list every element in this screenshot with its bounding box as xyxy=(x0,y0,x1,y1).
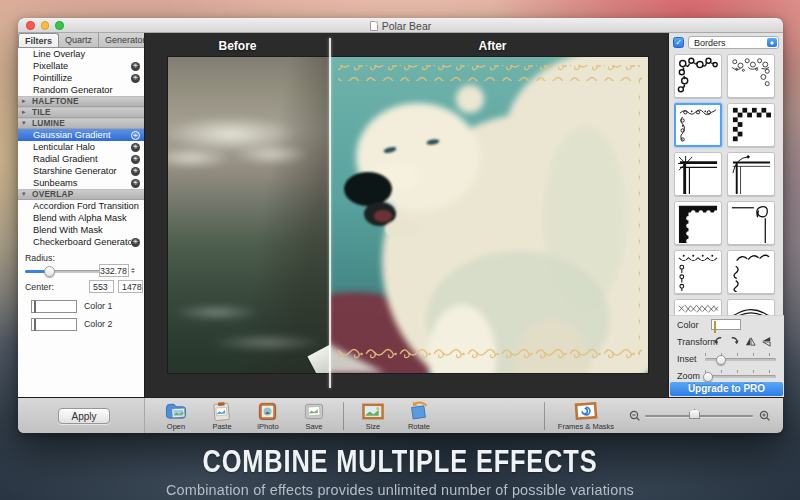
color2-swatch[interactable] xyxy=(31,318,77,331)
gear-icon[interactable]: ✳ xyxy=(131,167,140,176)
size-button[interactable]: Size xyxy=(356,401,390,431)
borders-panel: ✓ Borders Color Transform xyxy=(668,33,783,397)
rotate-button[interactable]: Rotate xyxy=(402,401,436,431)
marketing-caption: COMBINE MULTIPLE EFFECTS Combination of … xyxy=(0,443,800,499)
canvas-zoom-slider-thumb[interactable] xyxy=(689,409,700,419)
title-bar[interactable]: Polar Bear xyxy=(18,18,783,33)
filter-section-tile[interactable]: ▸TILE xyxy=(18,107,144,118)
disclosure-triangle-icon[interactable]: ▾ xyxy=(22,189,29,200)
apply-zone: Apply xyxy=(18,398,145,433)
after-label: After xyxy=(330,39,655,53)
tab-filters[interactable]: Filters xyxy=(18,33,59,47)
rotate-right-icon[interactable] xyxy=(729,336,740,347)
upgrade-to-pro-button[interactable]: Upgrade to PRO xyxy=(670,382,783,396)
gear-icon[interactable]: ✳ xyxy=(131,155,140,164)
filter-item-blend-with-alpha-mask[interactable]: Blend with Alpha Mask xyxy=(18,212,144,224)
flip-vertical-icon[interactable] xyxy=(761,336,772,347)
center-y-field[interactable]: 1478 xyxy=(118,280,143,293)
before-label: Before xyxy=(145,39,330,53)
tab-quartz[interactable]: Quartz xyxy=(59,33,99,47)
gear-icon[interactable]: ✳ xyxy=(131,62,140,71)
filter-item-sunbeams[interactable]: Sunbeams✳ xyxy=(18,177,144,189)
gear-icon[interactable]: ✳ xyxy=(131,179,140,188)
paste-button[interactable]: Paste xyxy=(205,401,239,431)
filter-item-checkerboard-generator[interactable]: Checkerboard Generator✳ xyxy=(18,236,144,248)
border-thumbnail[interactable] xyxy=(674,250,722,294)
filter-item-lenticular-halo[interactable]: Lenticular Halo✳ xyxy=(18,141,144,153)
flip-horizontal-icon[interactable] xyxy=(745,336,756,347)
border-color-swatch[interactable] xyxy=(711,319,741,330)
frames-and-masks-button[interactable]: Frames & Masks xyxy=(557,401,615,431)
filter-item-line-overlay[interactable]: Line Overlay xyxy=(18,48,144,60)
canvas-zoom-control xyxy=(627,401,775,431)
border-thumbnail[interactable] xyxy=(727,103,775,147)
gear-icon[interactable]: ✳ xyxy=(131,74,140,83)
borders-dropdown[interactable]: Borders xyxy=(688,36,779,49)
preview-canvas: Before After xyxy=(145,33,668,397)
border-thumbnail[interactable] xyxy=(674,152,722,196)
filter-item-gaussian-gradient[interactable]: Gaussian Gradient✳ xyxy=(18,129,144,141)
color1-swatch[interactable] xyxy=(31,300,77,313)
border-thumbnail[interactable] xyxy=(727,152,775,196)
filter-item-accordion-ford-transition[interactable]: Accordion Ford Transition xyxy=(18,200,144,212)
polar-bear-photo xyxy=(168,57,648,373)
filter-item-random-generator[interactable]: Random Generator xyxy=(18,84,144,96)
zoom-in-icon[interactable] xyxy=(759,410,771,422)
filters-sidebar: Filters Quartz Generators Line Overlay P… xyxy=(18,33,145,397)
save-button[interactable]: Save xyxy=(297,401,331,431)
border-thumbnail[interactable] xyxy=(674,201,722,245)
inset-label: Inset xyxy=(677,354,697,364)
color1-label: Color 1 xyxy=(84,301,112,311)
radius-label: Radius: xyxy=(25,253,139,263)
filter-item-radial-gradient[interactable]: Radial Gradient✳ xyxy=(18,153,144,165)
filter-section-lumine[interactable]: ▾LUMINE xyxy=(18,118,144,129)
window-title: Polar Bear xyxy=(382,20,432,32)
color-label: Color xyxy=(677,320,699,330)
radius-stepper[interactable] xyxy=(130,265,137,276)
border-thumbnail[interactable] xyxy=(727,299,775,315)
toolbar-separator xyxy=(343,402,344,430)
open-folder-icon xyxy=(163,401,189,422)
disclosure-triangle-icon[interactable]: ▸ xyxy=(22,107,29,118)
radius-slider[interactable] xyxy=(25,270,101,273)
before-after-divider[interactable] xyxy=(329,38,331,388)
zoom-out-icon[interactable] xyxy=(629,410,641,422)
zoom-label: Zoom xyxy=(677,371,700,381)
iphoto-button[interactable]: iPhoto xyxy=(251,401,285,431)
save-icon xyxy=(301,401,327,422)
filter-item-pointillize[interactable]: Pointillize✳ xyxy=(18,72,144,84)
radius-slider-thumb[interactable] xyxy=(44,266,55,277)
filter-item-pixellate[interactable]: Pixellate✳ xyxy=(18,60,144,72)
border-thumbnail[interactable] xyxy=(674,299,722,315)
apply-button[interactable]: Apply xyxy=(58,408,110,424)
gear-icon[interactable]: ✳ xyxy=(131,143,140,152)
borders-enabled-checkbox[interactable]: ✓ xyxy=(673,37,684,48)
paste-clipboard-icon xyxy=(209,401,235,422)
open-button[interactable]: Open xyxy=(159,401,193,431)
caption-subtitle: Combination of effects provides unlimite… xyxy=(28,481,772,499)
rotate-icon xyxy=(406,401,432,422)
filter-item-blend-with-mask[interactable]: Blend With Mask xyxy=(18,224,144,236)
gear-icon[interactable]: ✳ xyxy=(131,131,140,140)
border-thumbnail-selected[interactable] xyxy=(674,103,722,147)
before-image xyxy=(168,57,330,373)
filter-section-overlap[interactable]: ▾OVERLAP xyxy=(18,189,144,200)
border-thumbnail[interactable] xyxy=(727,201,775,245)
filter-item-starshine-generator[interactable]: Starshine Generator✳ xyxy=(18,165,144,177)
border-thumbnail[interactable] xyxy=(727,250,775,294)
radius-value-field[interactable]: 332.78 xyxy=(99,264,129,277)
border-thumbnail[interactable] xyxy=(674,54,722,98)
dropdown-stepper-icon xyxy=(767,38,777,47)
center-x-field[interactable]: 553 xyxy=(89,280,114,293)
filter-section-halftone[interactable]: ▸HALFTONE xyxy=(18,96,144,107)
app-window: Polar Bear Filters Quartz Generators Lin… xyxy=(18,18,783,433)
iphoto-icon xyxy=(255,401,281,422)
gear-icon[interactable]: ✳ xyxy=(131,238,140,247)
rotate-left-icon[interactable] xyxy=(713,336,724,347)
zoom-slider[interactable] xyxy=(705,375,776,378)
inset-slider-thumb[interactable] xyxy=(716,355,726,365)
zoom-slider-thumb[interactable] xyxy=(703,372,713,382)
disclosure-triangle-icon[interactable]: ▾ xyxy=(22,118,29,129)
disclosure-triangle-icon[interactable]: ▸ xyxy=(22,96,29,107)
border-thumbnail[interactable] xyxy=(727,54,775,98)
